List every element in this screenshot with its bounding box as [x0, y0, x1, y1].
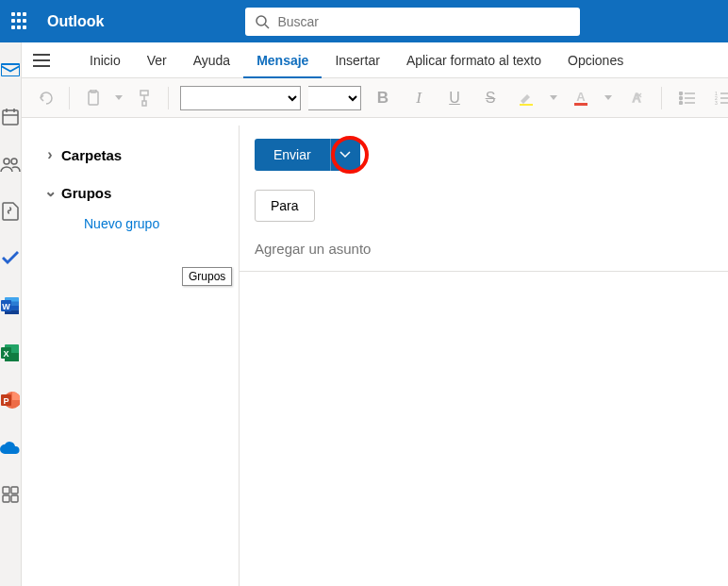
svg-text:W: W: [2, 302, 10, 311]
highlight-dropdown-icon[interactable]: [548, 86, 559, 110]
onedrive-icon[interactable]: [0, 437, 21, 458]
header-bar: Outlook: [0, 0, 728, 42]
svg-rect-30: [574, 103, 587, 106]
format-painter-icon[interactable]: [132, 85, 157, 111]
mail-icon[interactable]: [0, 59, 21, 80]
undo-icon[interactable]: [33, 85, 58, 111]
search-icon: [255, 14, 270, 29]
svg-point-7: [11, 159, 17, 164]
ribbon-toolbar: B I U S A A 123: [22, 78, 728, 118]
app-rail: W X P: [0, 42, 22, 586]
groups-tooltip: Grupos: [182, 267, 232, 286]
groups-label: Grupos: [61, 185, 111, 201]
people-icon[interactable]: [0, 154, 21, 175]
svg-text:X: X: [3, 349, 8, 359]
app-title: Outlook: [47, 13, 104, 30]
clear-formatting-icon[interactable]: A: [621, 86, 650, 110]
tab-inicio[interactable]: Inicio: [76, 42, 134, 78]
folders-header[interactable]: › Carpetas: [31, 139, 229, 171]
tab-ver[interactable]: Ver: [134, 42, 180, 78]
number-list-icon[interactable]: 123: [709, 86, 728, 110]
chevron-down-icon: ⌄: [39, 182, 61, 200]
bold-icon[interactable]: B: [369, 86, 397, 110]
svg-rect-23: [3, 495, 9, 502]
svg-point-36: [680, 101, 683, 104]
svg-point-0: [256, 16, 266, 25]
highlight-icon[interactable]: [512, 86, 540, 110]
font-size-select[interactable]: [308, 86, 361, 110]
tab-insertar[interactable]: Insertar: [322, 42, 392, 78]
send-dropdown-button[interactable]: [330, 139, 360, 171]
powerpoint-icon[interactable]: P: [0, 390, 21, 410]
clipboard-dropdown-icon[interactable]: [113, 85, 124, 111]
strikethrough-icon[interactable]: S: [476, 86, 505, 110]
svg-rect-25: [89, 92, 98, 105]
svg-rect-24: [11, 495, 18, 502]
svg-point-34: [680, 96, 683, 99]
svg-rect-2: [3, 110, 18, 125]
font-color-dropdown-icon[interactable]: [603, 86, 614, 110]
tab-aplicar-formato[interactable]: Aplicar formato al texto: [393, 42, 554, 78]
svg-rect-22: [11, 487, 18, 494]
tab-opciones[interactable]: Opciones: [554, 42, 637, 78]
tab-ayuda[interactable]: Ayuda: [180, 42, 243, 78]
compose-pane: Enviar Para: [239, 126, 728, 586]
subject-input[interactable]: [255, 241, 728, 257]
chevron-right-icon: ›: [39, 146, 61, 163]
font-color-icon[interactable]: A: [567, 86, 595, 110]
italic-icon[interactable]: I: [405, 86, 433, 110]
folder-sidebar: › Carpetas ⌄ Grupos Nuevo grupo Grupos: [22, 118, 239, 586]
folders-label: Carpetas: [61, 147, 122, 163]
ribbon-tabs: Inicio Ver Ayuda Mensaje Insertar Aplica…: [22, 42, 728, 78]
svg-rect-21: [3, 487, 9, 494]
new-group-link[interactable]: Nuevo grupo: [84, 216, 229, 231]
calendar-icon[interactable]: [0, 107, 21, 127]
svg-text:P: P: [3, 396, 8, 406]
groups-header[interactable]: ⌄ Grupos: [31, 176, 229, 209]
svg-line-1: [265, 25, 269, 28]
todo-icon[interactable]: [0, 248, 21, 269]
svg-text:A: A: [576, 90, 586, 104]
svg-text:A: A: [633, 92, 640, 105]
font-family-select[interactable]: [180, 86, 301, 110]
svg-rect-27: [141, 91, 148, 95]
app-launcher-icon[interactable]: [8, 8, 34, 35]
excel-icon[interactable]: X: [0, 343, 21, 363]
chevron-down-icon: [339, 151, 351, 159]
search-box[interactable]: [245, 8, 580, 36]
more-apps-icon[interactable]: [0, 484, 21, 505]
hamburger-icon[interactable]: [33, 48, 58, 73]
svg-text:3: 3: [715, 100, 718, 105]
underline-icon[interactable]: U: [440, 86, 469, 110]
svg-point-32: [680, 92, 683, 94]
tab-mensaje[interactable]: Mensaje: [243, 42, 322, 78]
search-input[interactable]: [277, 14, 571, 29]
files-icon[interactable]: [0, 201, 21, 222]
svg-rect-28: [520, 104, 533, 106]
send-button[interactable]: Enviar: [255, 139, 330, 171]
clipboard-icon[interactable]: [81, 85, 106, 111]
to-button[interactable]: Para: [255, 190, 315, 222]
bullet-list-icon[interactable]: [673, 86, 702, 110]
svg-point-6: [4, 159, 9, 164]
word-icon[interactable]: W: [0, 295, 21, 316]
